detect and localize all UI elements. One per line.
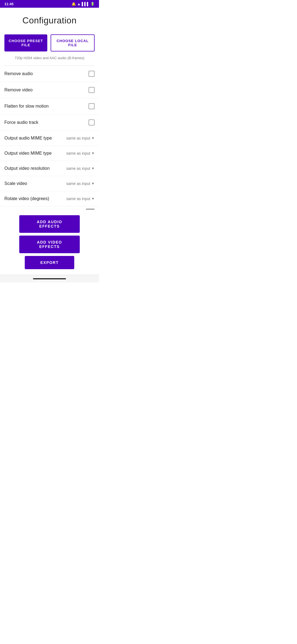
page-title: Configuration (4, 15, 95, 26)
choose-preset-button[interactable]: CHOOSE PRESET FILE (4, 34, 47, 51)
add-audio-effects-button[interactable]: ADD AUDIO EFFECTS (19, 215, 80, 233)
rotate-video-text: same as input (66, 197, 90, 201)
flatten-checkbox[interactable] (89, 103, 95, 109)
wifi-icon: ▲ (77, 2, 81, 6)
option-row-remove-video: Remove video (0, 82, 99, 98)
video-resolution-value[interactable]: same as input ▼ (66, 166, 95, 171)
app-header: Configuration (0, 8, 99, 30)
dropdown-row-audio-mime[interactable]: Output audio MIME type same as input ▼ (0, 131, 99, 146)
export-button[interactable]: EXPORT (25, 256, 74, 269)
action-buttons: ADD AUDIO EFFECTS ADD VIDEO EFFECTS EXPO… (0, 211, 99, 275)
scale-video-text: same as input (66, 181, 90, 186)
notification-icon: 🔔 (72, 2, 76, 6)
video-mime-label: Output video MIME type (4, 151, 66, 156)
status-time: 11:45 (4, 2, 13, 6)
dropdown-options: Output audio MIME type same as input ▼ O… (0, 131, 99, 206)
subtitle: 720p H264 video and AAC audio (B-frames) (0, 54, 99, 66)
add-video-effects-button[interactable]: ADD VIDEO EFFECTS (19, 236, 80, 253)
scale-video-chevron-icon: ▼ (91, 182, 95, 185)
dropdown-row-scale-video[interactable]: Scale video same as input ▼ (0, 176, 99, 191)
scale-video-label: Scale video (4, 181, 66, 186)
dropdown-row-rotate-video[interactable]: Rotate video (degrees) same as input ▼ (0, 191, 99, 206)
status-bar: 11:45 🔔 ▲ ▌▌▌ 🔋 (0, 0, 99, 8)
option-row-flatten: Flatten for slow motion (0, 98, 99, 114)
flatten-label: Flatten for slow motion (4, 104, 89, 109)
button-row: CHOOSE PRESET FILE CHOOSE LOCAL FILE (0, 30, 99, 54)
drag-handle-bar (86, 209, 95, 210)
option-row-remove-audio: Remove audio (0, 66, 99, 82)
video-resolution-chevron-icon: ▼ (91, 167, 95, 170)
rotate-video-label: Rotate video (degrees) (4, 196, 66, 201)
video-mime-value[interactable]: same as input ▼ (66, 151, 95, 155)
video-resolution-label: Output video resolution (4, 166, 66, 171)
rotate-video-value[interactable]: same as input ▼ (66, 197, 95, 201)
remove-video-label: Remove video (4, 88, 89, 92)
video-resolution-text: same as input (66, 166, 90, 171)
force-audio-label: Force audio track (4, 120, 89, 125)
remove-audio-checkbox[interactable] (89, 71, 95, 77)
audio-mime-text: same as input (66, 136, 90, 140)
remove-audio-label: Remove audio (4, 71, 89, 76)
audio-mime-value[interactable]: same as input ▼ (66, 136, 95, 140)
video-mime-text: same as input (66, 151, 90, 155)
choose-local-button[interactable]: CHOOSE LOCAL FILE (51, 34, 95, 51)
rotate-video-chevron-icon: ▼ (91, 197, 95, 201)
nav-bar (0, 275, 99, 282)
dropdown-row-video-resolution[interactable]: Output video resolution same as input ▼ (0, 161, 99, 176)
battery-icon: 🔋 (90, 2, 95, 6)
force-audio-checkbox[interactable] (89, 119, 95, 125)
scale-video-value[interactable]: same as input ▼ (66, 181, 95, 186)
option-row-force-audio: Force audio track (0, 114, 99, 131)
nav-indicator (33, 278, 66, 279)
drag-handle-area (0, 206, 99, 211)
dropdown-row-video-mime[interactable]: Output video MIME type same as input ▼ (0, 146, 99, 161)
remove-video-checkbox[interactable] (89, 87, 95, 93)
status-icons: 🔔 ▲ ▌▌▌ 🔋 (72, 2, 95, 6)
audio-mime-label: Output audio MIME type (4, 136, 66, 141)
audio-mime-chevron-icon: ▼ (91, 136, 95, 140)
signal-icon: ▌▌▌ (82, 2, 89, 6)
checkbox-options: Remove audio Remove video Flatten for sl… (0, 66, 99, 131)
video-mime-chevron-icon: ▼ (91, 151, 95, 155)
